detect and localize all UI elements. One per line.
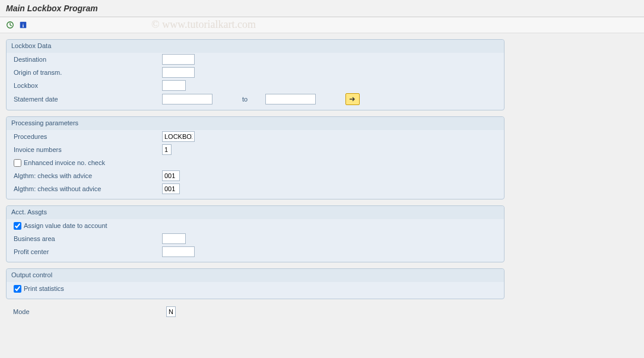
group-title-lockbox: Lockbox Data: [7, 40, 504, 53]
group-acct-assgts: Acct. Assgts Assign value date to accoun…: [6, 205, 505, 262]
destination-input[interactable]: [162, 54, 195, 65]
watermark: © www.tutorialkart.com: [151, 18, 256, 31]
algthm-without-input[interactable]: [162, 183, 180, 194]
title-bar: Main Lockbox Program: [0, 0, 644, 17]
toolbar: i © www.tutorialkart.com: [0, 17, 644, 33]
group-processing: Processing parameters Procedures Invoice…: [6, 116, 505, 199]
execute-icon[interactable]: [5, 20, 15, 30]
assign-value-date-checkbox[interactable]: [14, 222, 21, 230]
group-title-output: Output control: [7, 269, 504, 282]
content: Lockbox Data Destination Origin of trans…: [0, 33, 644, 324]
info-icon[interactable]: i: [18, 20, 28, 30]
group-lockbox-data: Lockbox Data Destination Origin of trans…: [6, 39, 505, 110]
group-title-processing: Processing parameters: [7, 117, 504, 130]
invoice-numbers-label: Invoice numbers: [14, 146, 162, 153]
algthm-with-input[interactable]: [162, 170, 180, 181]
stmt-to-label: to: [242, 96, 248, 103]
algthm-without-label: Algthm: checks without advice: [14, 185, 162, 192]
mode-input[interactable]: [166, 306, 176, 317]
profit-center-label: Profit center: [14, 248, 162, 255]
multiple-selection-button[interactable]: [345, 93, 360, 105]
enhanced-check-checkbox[interactable]: [14, 159, 21, 167]
invoice-numbers-input[interactable]: [162, 144, 172, 155]
print-statistics-checkbox[interactable]: [14, 285, 21, 293]
lockbox-input[interactable]: [162, 80, 186, 91]
print-statistics-label: Print statistics: [24, 285, 64, 292]
group-title-acct: Acct. Assgts: [7, 206, 504, 219]
procedures-label: Procedures: [14, 133, 162, 140]
origin-input[interactable]: [162, 67, 195, 78]
assign-value-date-label: Assign value date to account: [24, 222, 107, 229]
business-area-input[interactable]: [162, 233, 186, 244]
procedures-input[interactable]: [162, 131, 195, 142]
enhanced-check-label: Enhanced invoice no. check: [24, 159, 105, 166]
mode-row: Mode: [6, 305, 505, 318]
stmt-date-label: Statement date: [14, 96, 162, 103]
lockbox-label: Lockbox: [14, 82, 162, 89]
stmt-date-to-input[interactable]: [265, 94, 316, 104]
mode-label: Mode: [13, 308, 166, 315]
algthm-with-label: Algthm: checks with advice: [14, 172, 162, 179]
page-title: Main Lockbox Program: [6, 4, 638, 13]
group-output-control: Output control Print statistics: [6, 268, 505, 299]
svg-line-2: [10, 25, 12, 26]
origin-label: Origin of transm.: [14, 69, 162, 76]
profit-center-input[interactable]: [162, 246, 195, 257]
business-area-label: Business area: [14, 235, 162, 242]
destination-label: Destination: [14, 56, 162, 63]
stmt-date-from-input[interactable]: [162, 94, 212, 104]
